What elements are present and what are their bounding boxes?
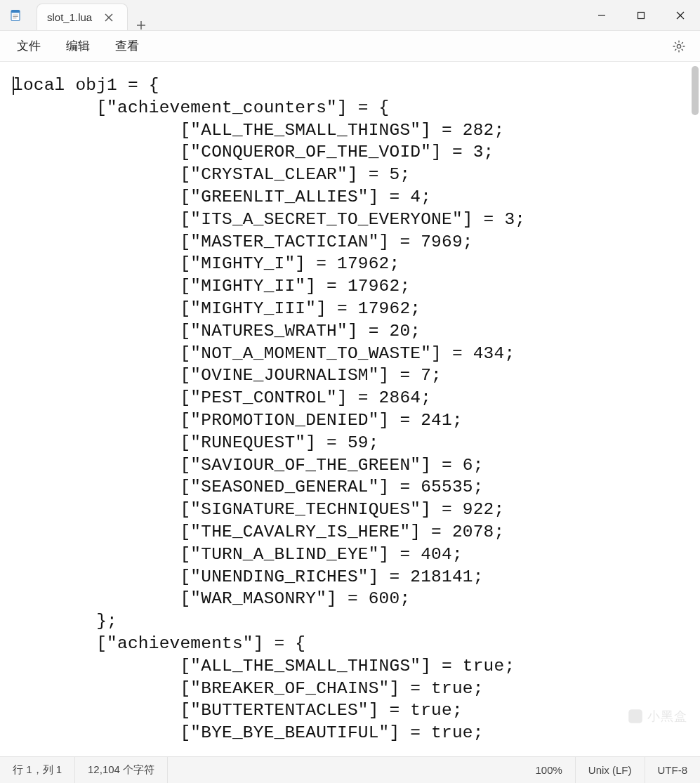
close-icon[interactable] bbox=[100, 9, 117, 26]
tab-label: slot_1.lua bbox=[47, 11, 92, 23]
editor-area: local obj1 = { ["achievement_counters"] … bbox=[0, 62, 700, 756]
status-eol[interactable]: Unix (LF) bbox=[576, 757, 645, 783]
tabs-container: slot_1.lua bbox=[31, 0, 154, 30]
minimize-button[interactable] bbox=[582, 0, 621, 30]
tab-slot1[interactable]: slot_1.lua bbox=[37, 4, 128, 30]
app-icon bbox=[0, 0, 31, 30]
status-position[interactable]: 行 1，列 1 bbox=[0, 757, 75, 783]
svg-rect-1 bbox=[11, 10, 20, 13]
menu-edit[interactable]: 编辑 bbox=[53, 34, 103, 58]
notepad-window: slot_1.lua 文件 编辑 查看 bbox=[0, 0, 700, 783]
titlebar: slot_1.lua bbox=[0, 0, 700, 31]
svg-point-13 bbox=[677, 44, 680, 48]
text-editor[interactable]: local obj1 = { ["achievement_counters"] … bbox=[0, 62, 700, 756]
close-window-button[interactable] bbox=[661, 0, 700, 30]
maximize-button[interactable] bbox=[621, 0, 661, 30]
status-chars[interactable]: 12,104 个字符 bbox=[75, 757, 168, 783]
window-controls bbox=[582, 0, 700, 30]
code-content: local obj1 = { ["achievement_counters"] … bbox=[13, 74, 700, 744]
menu-file[interactable]: 文件 bbox=[4, 34, 53, 58]
gear-icon[interactable] bbox=[665, 32, 693, 60]
vertical-scrollbar[interactable] bbox=[690, 62, 700, 756]
status-encoding[interactable]: UTF-8 bbox=[645, 757, 701, 783]
new-tab-button[interactable] bbox=[128, 20, 154, 30]
scrollbar-thumb[interactable] bbox=[692, 66, 699, 115]
menubar: 文件 编辑 查看 bbox=[0, 31, 700, 62]
statusbar: 行 1，列 1 12,104 个字符 100% Unix (LF) UTF-8 bbox=[0, 756, 700, 783]
menu-view[interactable]: 查看 bbox=[103, 34, 152, 58]
status-zoom[interactable]: 100% bbox=[522, 757, 575, 783]
svg-rect-10 bbox=[638, 12, 645, 18]
